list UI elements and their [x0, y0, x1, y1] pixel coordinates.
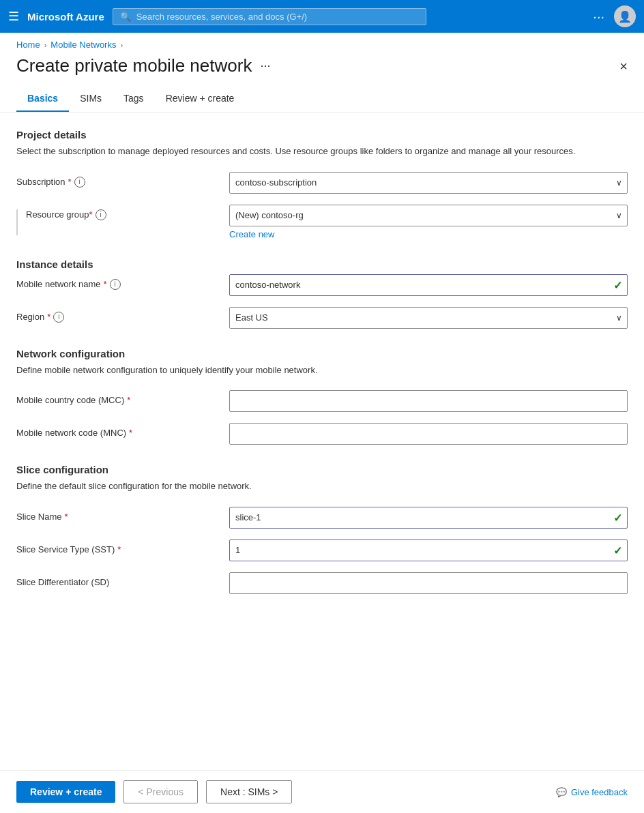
subscription-required: * — [68, 177, 72, 187]
rg-control-wrap: (New) contoso-rg ∨ Create new — [229, 205, 628, 239]
breadcrumb-sep-1: › — [44, 41, 47, 49]
sd-wrap — [229, 572, 628, 594]
subscription-select-wrap: contoso-subscription ∨ — [229, 172, 628, 194]
page-title: Create private mobile network — [16, 55, 252, 76]
slice-name-input[interactable] — [229, 507, 628, 529]
tree-line — [16, 209, 18, 235]
mcc-input[interactable] — [229, 390, 628, 412]
region-label: Region * i — [16, 307, 221, 323]
review-create-button[interactable]: Review + create — [16, 781, 115, 803]
breadcrumb-mobile-networks[interactable]: Mobile Networks — [50, 40, 116, 50]
network-name-row: Mobile network name * i ✓ — [16, 274, 628, 296]
hamburger-icon[interactable]: ☰ — [8, 9, 19, 24]
search-bar[interactable]: 🔍 — [113, 8, 426, 25]
subscription-info-icon[interactable]: i — [74, 177, 85, 188]
page-title-row: Create private mobile network ··· — [16, 55, 270, 76]
resource-group-row: Resource group * i (New) contoso-rg ∨ Cr… — [16, 205, 628, 239]
give-feedback-button[interactable]: 💬 Give feedback — [556, 787, 628, 797]
previous-button[interactable]: < Previous — [123, 780, 198, 803]
page-options-icon[interactable]: ··· — [260, 59, 270, 73]
mnc-required: * — [129, 428, 132, 438]
network-name-checkmark: ✓ — [613, 278, 622, 291]
search-input[interactable] — [136, 12, 419, 22]
avatar[interactable]: 👤 — [614, 5, 636, 27]
sst-required: * — [117, 544, 121, 555]
tab-basics[interactable]: Basics — [16, 87, 69, 112]
sst-label: Slice Service Type (SST) * — [16, 539, 221, 555]
rg-select-wrap: (New) contoso-rg ∨ — [229, 205, 628, 226]
slice-config-desc: Define the default slice configuration f… — [16, 479, 628, 493]
slice-config-title: Slice configuration — [16, 464, 628, 475]
avatar-icon: 👤 — [618, 10, 632, 23]
network-config-title: Network configuration — [16, 348, 628, 359]
resource-group-select[interactable]: (New) contoso-rg — [229, 205, 628, 226]
page-header: Create private mobile network ··· × — [0, 50, 644, 76]
mcc-wrap — [229, 390, 628, 412]
network-name-info-icon[interactable]: i — [110, 279, 121, 290]
rg-spacer: Resource group * i — [16, 205, 221, 235]
next-button[interactable]: Next : SIMs > — [206, 780, 292, 803]
main-wrapper: Home › Mobile Networks › Create private … — [0, 33, 644, 813]
navbar: ☰ Microsoft Azure 🔍 ··· 👤 — [0, 0, 644, 33]
breadcrumb-home[interactable]: Home — [16, 40, 40, 50]
create-new-link[interactable]: Create new — [229, 229, 628, 239]
project-details-title: Project details — [16, 129, 628, 141]
slice-name-row: Slice Name * ✓ — [16, 507, 628, 529]
breadcrumb: Home › Mobile Networks › — [0, 33, 644, 50]
tab-sims[interactable]: SIMs — [69, 87, 113, 112]
rg-required: * — [89, 209, 93, 220]
mnc-input[interactable] — [229, 423, 628, 445]
tab-tags[interactable]: Tags — [113, 87, 155, 112]
bottom-bar: Review + create < Previous Next : SIMs >… — [0, 770, 644, 813]
tabs: Basics SIMs Tags Review + create — [0, 76, 644, 113]
project-details-section: Project details Select the subscription … — [16, 129, 628, 239]
region-required: * — [47, 312, 50, 322]
mcc-row: Mobile country code (MCC) * — [16, 390, 628, 412]
feedback-label: Give feedback — [571, 787, 628, 797]
mnc-wrap — [229, 423, 628, 445]
region-select-wrap: East US ∨ — [229, 307, 628, 329]
network-name-label: Mobile network name * i — [16, 274, 221, 290]
sst-input[interactable] — [229, 539, 628, 561]
subscription-label: Subscription * i — [16, 172, 221, 188]
region-info-icon[interactable]: i — [53, 312, 64, 323]
network-name-wrap: ✓ — [229, 274, 628, 296]
network-config-section: Network configuration Define mobile netw… — [16, 348, 628, 445]
network-name-required: * — [104, 279, 107, 289]
rg-info-icon[interactable]: i — [96, 209, 106, 220]
sd-input[interactable] — [229, 572, 628, 594]
subscription-select[interactable]: contoso-subscription — [229, 172, 628, 194]
mcc-required: * — [127, 395, 130, 405]
more-options-icon[interactable]: ··· — [593, 9, 604, 25]
feedback-icon: 💬 — [556, 787, 567, 797]
mcc-label: Mobile country code (MCC) * — [16, 390, 221, 405]
slice-name-label: Slice Name * — [16, 507, 221, 522]
navbar-right: ··· 👤 — [593, 5, 636, 27]
project-details-desc: Select the subscription to manage deploy… — [16, 145, 628, 158]
slice-config-section: Slice configuration Define the default s… — [16, 464, 628, 594]
region-row: Region * i East US ∨ — [16, 307, 628, 329]
network-config-desc: Define mobile network configuration to u… — [16, 364, 628, 377]
slice-name-checkmark: ✓ — [613, 511, 622, 524]
mnc-label: Mobile network code (MNC) * — [16, 423, 221, 438]
tab-review-create[interactable]: Review + create — [155, 87, 246, 112]
sd-label: Slice Differentiator (SD) — [16, 572, 221, 587]
sst-row: Slice Service Type (SST) * ✓ — [16, 539, 628, 561]
mnc-row: Mobile network code (MNC) * — [16, 423, 628, 445]
app-title: Microsoft Azure — [27, 11, 104, 23]
breadcrumb-sep-2: › — [120, 41, 123, 49]
slice-name-wrap: ✓ — [229, 507, 628, 529]
sst-wrap: ✓ — [229, 539, 628, 561]
slice-name-required: * — [64, 512, 68, 522]
instance-details-section: Instance details Mobile network name * i… — [16, 258, 628, 329]
instance-details-title: Instance details — [16, 258, 628, 270]
close-button[interactable]: × — [619, 59, 628, 73]
form-content: Project details Select the subscription … — [0, 113, 644, 770]
network-name-input[interactable] — [229, 274, 628, 296]
search-icon: 🔍 — [120, 12, 131, 22]
sst-checkmark: ✓ — [613, 544, 622, 557]
region-select[interactable]: East US — [229, 307, 628, 329]
sd-row: Slice Differentiator (SD) — [16, 572, 628, 594]
subscription-row: Subscription * i contoso-subscription ∨ — [16, 172, 628, 194]
